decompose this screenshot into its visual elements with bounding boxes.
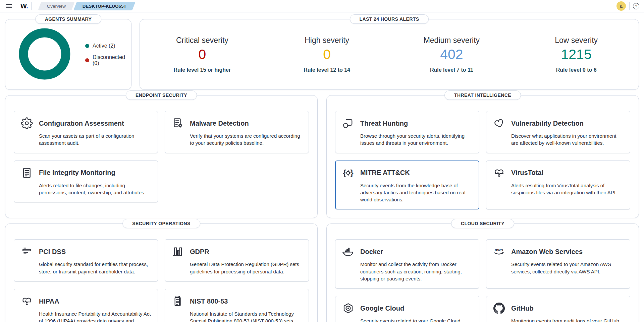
docker-icon [342, 246, 354, 258]
divider [629, 2, 630, 10]
threat-hunting-icon [342, 117, 354, 129]
card-description: Security events related to your Google C… [360, 317, 472, 322]
card-title: Vulnerability Detection [511, 120, 584, 127]
agents-summary-title: AGENTS SUMMARY [35, 14, 102, 24]
card-title: Docker [360, 248, 383, 256]
stat-sub: Rule level 15 or higher [174, 67, 231, 73]
card-title: PCI DSS [39, 248, 66, 256]
agents-donut [18, 27, 71, 82]
top-navigation-bar: W. Overview DESKTOP-KLUO65T a ? [0, 0, 644, 12]
stat-value: 402 [440, 47, 463, 62]
stat-low-severity: Low severity 1215 Rule level 0 to 6 [514, 36, 639, 73]
help-icon[interactable]: ? [633, 3, 639, 9]
card-title: MITRE ATT&CK [360, 169, 410, 177]
card-mitre-att-ck[interactable]: {}MITRE ATT&CKSecurity events from the k… [335, 160, 479, 210]
vulnerability-detection-icon [493, 117, 505, 129]
card-description: Browse through your security alerts, ide… [360, 132, 472, 147]
pci-dss-icon [21, 246, 33, 258]
card-description: General Data Protection Regulation (GDPR… [190, 261, 302, 275]
section-title: THREAT INTELLIGENCE [444, 90, 521, 100]
card-description: Verify that your systems are configured … [190, 132, 302, 147]
cards-grid: Configuration AssessmentScan your assets… [14, 111, 309, 209]
section-threat-intelligence: THREAT INTELLIGENCEThreat HuntingBrowse … [326, 95, 639, 218]
card-configuration-assessment[interactable]: Configuration AssessmentScan your assets… [14, 111, 158, 153]
stat-critical-severity: Critical severity 0 Rule level 15 or hig… [140, 36, 265, 73]
card-title: GDPR [190, 248, 209, 256]
stat-sub: Rule level 0 to 6 [556, 67, 597, 73]
section-title: ENDPOINT SECURITY [126, 90, 197, 100]
card-description: Discover what applications in your envir… [511, 132, 623, 147]
github-icon [493, 302, 505, 314]
card-title: Amazon Web Services [511, 248, 583, 256]
alerts-stats: Critical severity 0 Rule level 15 or hig… [140, 36, 639, 73]
menu-icon[interactable] [5, 2, 13, 10]
cards-grid: DockerMonitor and collect the activity f… [335, 239, 630, 322]
tab-overview[interactable]: Overview [38, 2, 75, 10]
sections-row-2: SECURITY OPERATIONSPCI DSSGlobal securit… [5, 223, 639, 322]
card-vulnerability-detection[interactable]: Vulnerability DetectionDiscover what app… [486, 111, 630, 153]
card-threat-hunting[interactable]: Threat HuntingBrowse through your securi… [335, 111, 479, 153]
user-avatar[interactable]: a [616, 1, 626, 11]
card-nist-800-53[interactable]: NIST 800-53National Institute of Standar… [165, 289, 309, 322]
stat-label: Low severity [555, 36, 598, 45]
tab-label: DESKTOP-KLUO65T [82, 4, 126, 9]
card-description: Alerts related to file changes, includin… [39, 182, 151, 196]
cards-grid: PCI DSSGlobal security standard for enti… [14, 239, 309, 322]
card-description: Health Insurance Portability and Account… [39, 310, 151, 322]
card-virustotal[interactable]: VirusTotalAlerts resulting from VirusTot… [486, 160, 630, 210]
stat-sub: Rule level 7 to 11 [430, 67, 473, 73]
virustotal-icon [493, 167, 505, 179]
stat-label: Critical severity [176, 36, 228, 45]
card-github[interactable]: GitHubMonitoring events from audit logs … [486, 296, 630, 322]
legend-item-active: Active (2) [85, 43, 131, 49]
file-integrity-monitoring-icon [21, 167, 33, 179]
stat-label: Medium severity [424, 36, 480, 45]
last-24-hours-alerts-panel: LAST 24 HOURS ALERTS Critical severity 0… [140, 19, 639, 90]
stat-sub: Rule level 12 to 14 [304, 67, 350, 73]
card-description: Security events related to your Amazon A… [511, 261, 623, 275]
card-gdpr[interactable]: GDPRGeneral Data Protection Regulation (… [165, 239, 309, 281]
google-cloud-icon [342, 302, 354, 314]
card-title: VirusTotal [511, 169, 543, 177]
card-title: HIPAA [39, 298, 59, 305]
legend-item-disconnected: Disconnected (0) [85, 54, 131, 66]
card-docker[interactable]: DockerMonitor and collect the activity f… [335, 239, 479, 288]
card-title: Malware Detection [190, 120, 249, 127]
card-google-cloud[interactable]: Google CloudSecurity events related to y… [335, 296, 479, 322]
alerts-panel-title: LAST 24 HOURS ALERTS [350, 14, 429, 24]
overview-page: AGENTS SUMMARY Active (2) Disconnected (… [0, 12, 644, 322]
card-description: Global security standard for entities th… [39, 261, 151, 275]
card-description: Alerts resulting from VirusTotal analysi… [511, 182, 623, 196]
tab-agent-desktop-kluo65t[interactable]: DESKTOP-KLUO65T [73, 2, 136, 10]
legend-label: Disconnected (0) [93, 54, 131, 66]
card-hipaa[interactable]: HIPAAHealth Insurance Portability and Ac… [14, 289, 158, 322]
sections-row-1: ENDPOINT SECURITYConfiguration Assessmen… [5, 95, 639, 218]
aws-icon: aws [493, 246, 505, 258]
tab-label: Overview [47, 4, 66, 9]
card-pci-dss[interactable]: PCI DSSGlobal security standard for enti… [14, 239, 158, 281]
gdpr-icon [172, 246, 184, 258]
section-title: SECURITY OPERATIONS [122, 219, 200, 228]
agents-summary-panel: AGENTS SUMMARY Active (2) Disconnected (… [5, 19, 131, 90]
nist-800-53-icon [172, 295, 184, 307]
stat-high-severity: High severity 0 Rule level 12 to 14 [265, 36, 389, 73]
disconnected-dot [85, 58, 89, 62]
card-title: Configuration Assessment [39, 120, 124, 127]
wazuh-logo[interactable]: W. [20, 2, 28, 10]
card-description: Monitoring events from audit logs of you… [511, 317, 623, 322]
card-amazon-web-services[interactable]: awsAmazon Web ServicesSecurity events re… [486, 239, 630, 288]
card-description: National Institute of Standards and Tech… [190, 310, 302, 322]
card-malware-detection[interactable]: Malware DetectionVerify that your system… [165, 111, 309, 153]
svg-text:aws: aws [495, 248, 503, 253]
divider [31, 2, 32, 10]
card-title: File Integrity Monitoring [39, 169, 115, 177]
card-file-integrity-monitoring[interactable]: File Integrity MonitoringAlerts related … [14, 160, 158, 203]
agents-legend: Active (2) Disconnected (0) [85, 43, 131, 66]
stat-medium-severity: Medium severity 402 Rule level 7 to 11 [389, 36, 514, 73]
divider [17, 2, 17, 10]
section-title: CLOUD SECURITY [451, 219, 514, 228]
card-title: Threat Hunting [360, 120, 408, 127]
card-title: Google Cloud [360, 305, 404, 312]
active-dot [85, 44, 89, 48]
section-security-operations: SECURITY OPERATIONSPCI DSSGlobal securit… [5, 223, 318, 322]
